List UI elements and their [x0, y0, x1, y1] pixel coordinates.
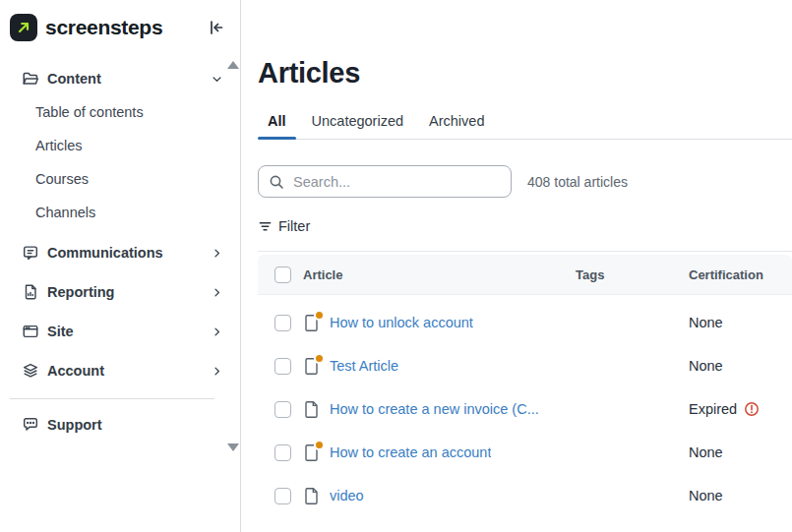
- article-draft-icon: [303, 443, 320, 462]
- sidebar-item-account[interactable]: Account: [0, 351, 240, 390]
- tab-all[interactable]: All: [258, 113, 296, 139]
- search-box: [258, 165, 512, 198]
- sidebar-item-channels[interactable]: Channels: [0, 196, 240, 229]
- table-row: Test Article None: [258, 344, 792, 387]
- article-cell: How to create a new invoice (C...: [303, 400, 576, 419]
- table-body: How to unlock account None: [258, 295, 792, 517]
- collapse-sidebar-icon[interactable]: [205, 16, 228, 39]
- filter-button[interactable]: Filter: [258, 218, 310, 234]
- certification-value: None: [689, 315, 723, 330]
- chevron-right-icon: [210, 246, 224, 261]
- article-doc-icon: [303, 487, 320, 505]
- column-header-certification[interactable]: Certification: [689, 267, 792, 282]
- article-link[interactable]: How to unlock account: [330, 315, 473, 330]
- sidebar-item-table-of-contents[interactable]: Table of contents: [0, 95, 240, 129]
- sidebar-item-communications[interactable]: Communications: [0, 233, 240, 272]
- search-input[interactable]: [291, 173, 501, 191]
- sidebar-item-label: Content: [47, 71, 101, 87]
- tab-archived[interactable]: Archived: [419, 113, 494, 139]
- sidebar-nav: Content Table of contents Articles Cours…: [0, 62, 240, 444]
- chevron-right-icon: [210, 285, 224, 300]
- layers-icon: [22, 362, 39, 380]
- search-icon: [269, 174, 291, 190]
- report-document-icon: [22, 283, 39, 301]
- brand-name[interactable]: screensteps: [45, 16, 162, 39]
- tab-bar: All Uncategorized Archived: [258, 113, 792, 140]
- tab-uncategorized[interactable]: Uncategorized: [302, 113, 414, 139]
- chevron-right-icon: [210, 364, 224, 379]
- article-link[interactable]: video: [330, 488, 364, 503]
- article-link[interactable]: Test Article: [330, 358, 398, 374]
- certification-cell: None: [689, 315, 792, 330]
- article-cell: video: [303, 487, 576, 505]
- sidebar-item-label: Account: [47, 363, 104, 379]
- column-header-tags[interactable]: Tags: [576, 267, 689, 282]
- certification-value: None: [689, 488, 723, 503]
- main-content: Articles All Uncategorized Archived 408 …: [241, 0, 792, 532]
- row-checkbox[interactable]: [274, 315, 291, 331]
- app-window: screensteps Content: [0, 0, 792, 532]
- scroll-up-arrow[interactable]: [227, 61, 239, 69]
- row-checkbox[interactable]: [274, 358, 291, 375]
- sidebar-item-label: Reporting: [47, 284, 114, 300]
- chat-bubble-icon: [22, 416, 39, 434]
- screensteps-logo-icon[interactable]: [10, 14, 37, 41]
- article-draft-icon: [303, 314, 320, 332]
- filter-label: Filter: [278, 218, 310, 234]
- sidebar-item-content[interactable]: Content: [0, 62, 240, 95]
- sidebar-sections: Communications Reporting: [0, 233, 240, 390]
- certification-cell: None: [689, 444, 792, 460]
- article-draft-icon: [303, 357, 320, 376]
- row-checkbox[interactable]: [274, 401, 291, 418]
- page-title: Articles: [258, 56, 792, 89]
- certification-value: None: [689, 358, 723, 374]
- table-row: How to create a new invoice (C... Expire…: [258, 387, 792, 431]
- certification-cell: None: [689, 358, 792, 374]
- draft-dot-icon: [316, 312, 323, 319]
- sidebar-item-site[interactable]: Site: [0, 312, 240, 351]
- sidebar-item-label: Communications: [47, 245, 163, 261]
- sidebar-item-support[interactable]: Support: [0, 405, 240, 444]
- table-row: How to create an account None: [258, 431, 792, 474]
- row-checkbox[interactable]: [274, 444, 291, 461]
- certification-value: None: [689, 444, 723, 460]
- sidebar-divider: [10, 398, 214, 399]
- select-all-checkbox[interactable]: [274, 266, 291, 283]
- scroll-down-arrow[interactable]: [227, 443, 239, 451]
- article-doc-icon: [303, 400, 320, 419]
- draft-dot-icon: [316, 442, 323, 448]
- sidebar-item-reporting[interactable]: Reporting: [0, 272, 240, 312]
- expired-warning-icon: [744, 401, 760, 417]
- folder-open-icon: [22, 70, 39, 88]
- toolbar: 408 total articles: [258, 165, 792, 198]
- message-icon: [22, 244, 39, 262]
- filter-icon: [258, 219, 273, 234]
- brand-header: screensteps: [0, 0, 240, 41]
- articles-table: Article Tags Certification H: [258, 251, 792, 517]
- draft-dot-icon: [316, 355, 323, 362]
- column-header-article[interactable]: Article: [303, 267, 576, 282]
- browser-window-icon: [22, 323, 39, 340]
- chevron-down-icon: [210, 72, 224, 87]
- article-link[interactable]: How to create a new invoice (C...: [330, 401, 539, 417]
- article-link[interactable]: How to create an account: [330, 444, 491, 460]
- article-cell: How to create an account: [303, 443, 576, 462]
- row-checkbox[interactable]: [274, 488, 291, 504]
- certification-cell: Expired: [689, 401, 792, 417]
- sidebar-item-courses[interactable]: Courses: [0, 162, 240, 196]
- article-cell: Test Article: [303, 357, 576, 376]
- sidebar-item-articles[interactable]: Articles: [0, 129, 240, 162]
- total-articles-count: 408 total articles: [527, 174, 628, 190]
- content-subitems: Table of contents Articles Courses Chann…: [0, 95, 240, 229]
- sidebar: screensteps Content: [0, 0, 241, 532]
- certification-value: Expired: [689, 401, 737, 417]
- article-cell: How to unlock account: [303, 314, 576, 332]
- table-row: How to unlock account None: [258, 301, 792, 344]
- certification-cell: None: [689, 488, 792, 503]
- table-row: video None: [258, 474, 792, 517]
- table-header: Article Tags Certification: [258, 255, 792, 295]
- sidebar-item-label: Support: [47, 417, 102, 433]
- sidebar-item-label: Site: [47, 324, 74, 339]
- chevron-right-icon: [210, 325, 224, 339]
